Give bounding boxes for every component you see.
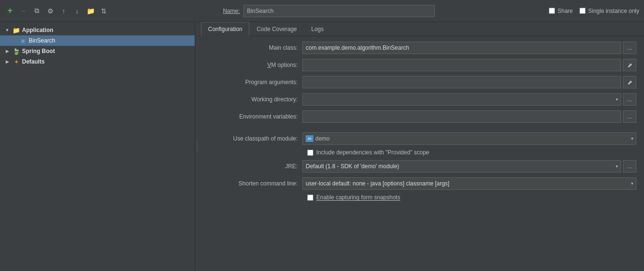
share-label: Share bbox=[557, 8, 573, 14]
classpath-input-wrap: m demo ▾ bbox=[302, 132, 636, 145]
shorten-cmd-input-wrap: user-local default: none - java [options… bbox=[302, 177, 636, 190]
name-section: Name: bbox=[114, 5, 544, 17]
working-dir-input[interactable] bbox=[302, 93, 621, 106]
top-bar-right: Share Single instance only bbox=[549, 8, 639, 14]
enable-capture-checkbox[interactable] bbox=[307, 195, 313, 201]
sidebar-item-springboot[interactable]: ▶ 🍃 Spring Boot bbox=[0, 46, 195, 56]
sidebar-label-defaults: Defaults bbox=[22, 58, 44, 65]
move-up-button[interactable]: ↑ bbox=[58, 6, 69, 16]
classpath-select-wrap: m demo ▾ bbox=[302, 132, 636, 145]
sort-button[interactable]: ⇅ bbox=[99, 6, 109, 16]
include-deps-label[interactable]: Include dependencies with "Provided" sco… bbox=[316, 149, 429, 156]
vm-options-row: VM options: ⬈ bbox=[207, 58, 636, 72]
expand-toggle-binsearch bbox=[11, 37, 17, 44]
main-class-input[interactable] bbox=[302, 42, 621, 54]
spring-icon: 🍃 bbox=[12, 47, 20, 55]
program-args-input[interactable] bbox=[302, 76, 621, 88]
vm-options-label: VM options: bbox=[207, 62, 302, 68]
sidebar-item-application[interactable]: ▼ 📁 Application bbox=[0, 25, 195, 35]
working-dir-label: Working directory: bbox=[207, 96, 302, 103]
classpath-label: Use classpath of module: bbox=[207, 135, 302, 142]
name-input[interactable] bbox=[244, 5, 435, 17]
working-dir-browse-button[interactable]: ... bbox=[623, 93, 636, 106]
right-panel: Configuration Code Coverage Logs Main cl… bbox=[199, 22, 644, 271]
jre-input-wrap: Default (1.8 - SDK of 'demo' module) ▾ .… bbox=[302, 160, 636, 173]
env-vars-label: Environment variables: bbox=[207, 113, 302, 120]
config-panel: Main class: ... VM options: ⬈ Program ar… bbox=[199, 36, 644, 271]
module-icon: m bbox=[306, 135, 313, 142]
toolbar-buttons: + − ⧉ ⚙ ↑ ↓ 📁 ⇅ bbox=[5, 6, 109, 16]
env-vars-row: Environment variables: ... bbox=[207, 110, 636, 123]
working-dir-select-wrap: ▾ bbox=[302, 93, 621, 106]
main-class-label: Main class: bbox=[207, 44, 302, 51]
shorten-cmd-label: Shorten command line: bbox=[207, 180, 302, 187]
vm-options-input[interactable] bbox=[302, 59, 621, 71]
main-content: ▼ 📁 Application ▣ BinSearch ▶ 🍃 Spring B… bbox=[0, 22, 644, 271]
single-instance-checkbox[interactable] bbox=[579, 8, 586, 14]
share-checkbox[interactable] bbox=[549, 8, 555, 14]
shorten-cmd-row: Shorten command line: user-local default… bbox=[207, 177, 636, 190]
program-args-expand-button[interactable]: ⬈ bbox=[623, 76, 636, 88]
program-args-label: Program arguments: bbox=[207, 79, 302, 86]
move-down-button[interactable]: ↓ bbox=[72, 6, 82, 16]
include-deps-checkbox[interactable] bbox=[307, 150, 313, 156]
copy-button[interactable]: ⧉ bbox=[32, 6, 42, 16]
env-vars-browse-button[interactable]: ... bbox=[623, 110, 636, 123]
shorten-cmd-select[interactable]: user-local default: none - java [options… bbox=[302, 177, 636, 190]
sidebar-label-springboot: Spring Boot bbox=[22, 48, 55, 54]
tab-logs[interactable]: Logs bbox=[304, 22, 331, 36]
settings-button[interactable]: ⚙ bbox=[45, 6, 56, 16]
jre-browse-button[interactable]: ... bbox=[623, 160, 636, 173]
expand-toggle-application[interactable]: ▼ bbox=[4, 27, 11, 33]
enable-capture-row: Enable capturing form snapshots bbox=[207, 194, 636, 201]
resize-handle[interactable] bbox=[195, 22, 199, 271]
add-button[interactable]: + bbox=[5, 6, 15, 16]
top-bar: + − ⧉ ⚙ ↑ ↓ 📁 ⇅ Name: Share Single insta… bbox=[0, 0, 644, 22]
classpath-select[interactable]: m demo bbox=[302, 132, 636, 145]
main-class-row: Main class: ... bbox=[207, 41, 636, 54]
main-class-browse-button[interactable]: ... bbox=[623, 42, 636, 54]
classpath-value: demo bbox=[315, 135, 330, 142]
env-vars-input[interactable] bbox=[302, 110, 621, 123]
defaults-icon: ✦ bbox=[12, 58, 20, 65]
sidebar-label-application: Application bbox=[22, 27, 53, 33]
name-label: Name: bbox=[223, 8, 240, 14]
share-checkbox-wrap[interactable]: Share bbox=[549, 8, 573, 14]
jre-select[interactable]: Default (1.8 - SDK of 'demo' module) bbox=[302, 160, 621, 173]
tabs: Configuration Code Coverage Logs bbox=[199, 22, 644, 36]
sidebar-label-binsearch: BinSearch bbox=[29, 37, 55, 44]
sidebar-item-defaults[interactable]: ▶ ✦ Defaults bbox=[0, 56, 195, 67]
sidebar-item-binsearch[interactable]: ▣ BinSearch bbox=[0, 35, 195, 46]
enable-capture-label[interactable]: Enable capturing form snapshots bbox=[316, 194, 400, 201]
classpath-row: Use classpath of module: m demo ▾ bbox=[207, 132, 636, 145]
working-dir-row: Working directory: ▾ ... bbox=[207, 93, 636, 106]
program-args-input-wrap: ⬈ bbox=[302, 76, 636, 88]
working-dir-input-wrap: ▾ ... bbox=[302, 93, 636, 106]
main-class-input-wrap: ... bbox=[302, 42, 636, 54]
expand-toggle-springboot[interactable]: ▶ bbox=[4, 48, 11, 54]
vm-options-input-wrap: ⬈ bbox=[302, 59, 636, 71]
single-instance-label: Single instance only bbox=[588, 8, 639, 14]
vm-options-expand-button[interactable]: ⬈ bbox=[623, 59, 636, 71]
folder-icon: 📁 bbox=[12, 26, 20, 34]
program-args-row: Program arguments: ⬈ bbox=[207, 76, 636, 89]
remove-button[interactable]: − bbox=[18, 6, 29, 16]
include-deps-row: Include dependencies with "Provided" sco… bbox=[207, 149, 636, 156]
sidebar: ▼ 📁 Application ▣ BinSearch ▶ 🍃 Spring B… bbox=[0, 22, 195, 271]
jre-row: JRE: Default (1.8 - SDK of 'demo' module… bbox=[207, 160, 636, 173]
app-icon: ▣ bbox=[19, 37, 27, 44]
shorten-cmd-select-wrap: user-local default: none - java [options… bbox=[302, 177, 636, 190]
single-instance-checkbox-wrap[interactable]: Single instance only bbox=[579, 8, 639, 14]
resize-dots bbox=[197, 141, 198, 152]
jre-select-wrap: Default (1.8 - SDK of 'demo' module) ▾ bbox=[302, 160, 621, 173]
tab-code-coverage[interactable]: Code Coverage bbox=[249, 22, 304, 36]
tab-configuration[interactable]: Configuration bbox=[201, 22, 249, 36]
env-vars-input-wrap: ... bbox=[302, 110, 636, 123]
open-folder-button[interactable]: 📁 bbox=[85, 6, 96, 16]
jre-label: JRE: bbox=[207, 163, 302, 170]
expand-toggle-defaults[interactable]: ▶ bbox=[4, 58, 11, 65]
